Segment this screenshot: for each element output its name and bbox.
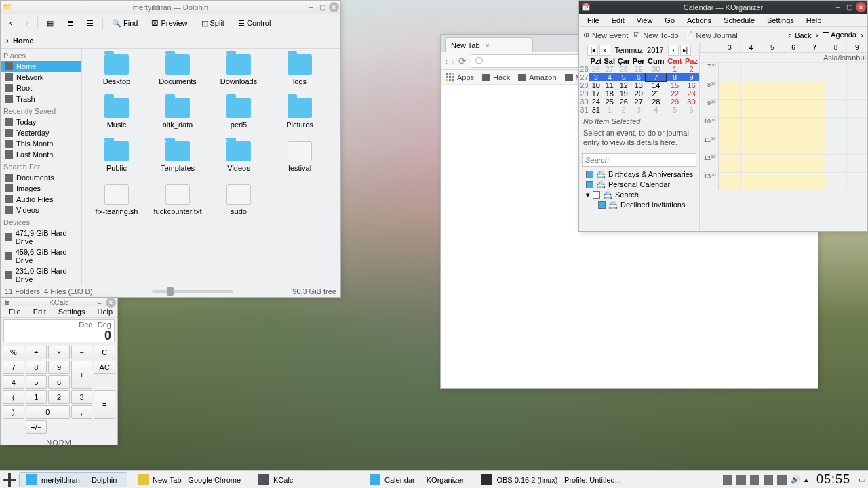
sidebar-item[interactable]: Trash xyxy=(1,94,81,104)
menu-item[interactable]: Schedule xyxy=(718,15,760,26)
agenda-cell[interactable] xyxy=(719,117,740,136)
day-header[interactable]: 5 xyxy=(762,43,783,52)
calc-key[interactable]: ÷ xyxy=(26,346,47,359)
agenda-cell[interactable] xyxy=(825,62,846,81)
minimize-button[interactable]: – xyxy=(94,298,104,308)
mini-day[interactable]: 25 xyxy=(603,98,616,106)
mini-day[interactable]: 26 xyxy=(616,98,631,106)
nav-first-button[interactable]: |◂ xyxy=(587,45,598,56)
agenda-cell[interactable] xyxy=(825,136,846,154)
mini-day[interactable]: 3 xyxy=(631,106,646,114)
file-item[interactable]: nltk_data xyxy=(147,98,208,141)
sidebar-item[interactable]: Home xyxy=(1,61,81,72)
menu-item[interactable]: Edit xyxy=(28,306,52,317)
day-header[interactable]: 3 xyxy=(719,43,740,52)
calc-key[interactable]: + xyxy=(71,361,93,389)
sidebar-item[interactable]: Images xyxy=(1,183,81,194)
sidebar-item[interactable]: 471,9 GiB Hard Drive xyxy=(1,228,81,247)
file-item[interactable]: perl5 xyxy=(208,98,269,141)
new-todo-button[interactable]: ☑ New To-do xyxy=(633,30,678,39)
bookmark-item[interactable]: Amazon xyxy=(518,73,556,81)
checkbox[interactable] xyxy=(586,181,593,188)
mini-day[interactable]: 5 xyxy=(616,73,631,81)
agenda-cell[interactable] xyxy=(783,117,804,136)
expand-icon[interactable]: ▾ xyxy=(586,190,590,199)
agenda-cell[interactable] xyxy=(762,117,783,136)
minimize-button[interactable]: – xyxy=(833,2,843,12)
tray-icon[interactable] xyxy=(764,475,773,485)
calc-key[interactable]: 3 xyxy=(71,390,93,404)
taskbar-item[interactable]: KCalc xyxy=(251,472,359,487)
korg-menubar[interactable]: FileEditViewGoActionsScheduleSettingsHel… xyxy=(579,14,867,27)
agenda-cell[interactable] xyxy=(740,154,761,172)
agenda-cell[interactable] xyxy=(762,62,783,81)
nav-back-button[interactable] xyxy=(445,56,448,66)
day-header[interactable]: 6 xyxy=(783,43,804,52)
mini-day[interactable]: 8 xyxy=(666,73,684,81)
agenda-button[interactable]: Agenda xyxy=(831,30,856,39)
sidebar-item[interactable]: Videos xyxy=(1,205,81,216)
tray-icon[interactable] xyxy=(723,475,732,485)
mini-day[interactable]: 24 xyxy=(589,98,603,106)
mini-day[interactable]: 29 xyxy=(631,65,646,73)
sidebar-item[interactable]: Documents xyxy=(1,172,81,183)
agenda-cell[interactable] xyxy=(740,172,761,190)
day-header[interactable]: 9 xyxy=(846,43,867,52)
file-item[interactable]: Music xyxy=(86,98,147,141)
taskbar-item[interactable]: Calendar — KOrganizer xyxy=(362,472,471,487)
file-item[interactable]: fuckcounter.txt xyxy=(147,184,208,228)
menu-item[interactable]: Settings xyxy=(762,15,800,26)
korganizer-window[interactable]: 📅 Calendar — KOrganizer – ▢ × FileEditVi… xyxy=(578,0,868,232)
agenda-cell[interactable] xyxy=(804,81,825,99)
menu-item[interactable]: Edit xyxy=(606,15,630,26)
calc-key[interactable]: 9 xyxy=(48,361,70,374)
fwd-chevron-icon[interactable] xyxy=(816,30,818,40)
file-item[interactable]: fix-tearing.sh xyxy=(86,184,147,228)
mini-day[interactable]: 4 xyxy=(646,106,666,114)
agenda-cell[interactable] xyxy=(846,117,867,136)
sidebar-item[interactable]: Today xyxy=(1,117,81,127)
agenda-cell[interactable] xyxy=(804,62,825,81)
agenda-cell[interactable] xyxy=(719,172,740,190)
find-button[interactable]: 🔍 Find xyxy=(107,16,142,30)
mini-day[interactable]: 12 xyxy=(616,81,631,89)
calc-key[interactable]: ) xyxy=(3,405,24,419)
agenda-cell[interactable] xyxy=(825,154,846,172)
mini-day[interactable]: 11 xyxy=(603,81,616,89)
sidebar-item[interactable]: 231,0 GiB Hard Drive xyxy=(1,266,81,285)
mini-day[interactable]: 23 xyxy=(684,89,699,98)
system-tray[interactable]: 🔊 ▴ 05:55 ▭ xyxy=(723,472,865,487)
mini-day[interactable]: 15 xyxy=(666,81,684,89)
mini-day[interactable]: 17 xyxy=(589,89,603,98)
file-item[interactable]: Documents xyxy=(147,54,208,98)
volume-icon[interactable]: 🔊 xyxy=(791,475,800,484)
agenda-view[interactable]: 3456789 Asia/Istanbul 7⁰⁰8⁰⁰9⁰⁰10⁰⁰11⁰⁰1… xyxy=(700,43,867,231)
view-icons-button[interactable]: ▦ xyxy=(42,16,58,30)
file-item[interactable]: Downloads xyxy=(208,54,269,98)
file-item[interactable]: Pictures xyxy=(269,98,330,141)
calc-key[interactable]: 0 xyxy=(26,405,70,419)
menu-item[interactable]: File xyxy=(582,15,605,26)
sidebar-item[interactable]: This Month xyxy=(1,138,81,149)
agenda-cell[interactable] xyxy=(783,81,804,99)
mini-day[interactable]: 20 xyxy=(631,89,646,98)
agenda-cell[interactable] xyxy=(804,136,825,154)
agenda-cell[interactable] xyxy=(846,154,867,172)
mini-day[interactable]: 30 xyxy=(684,98,699,106)
sidebar-item[interactable]: Last Month xyxy=(1,149,81,160)
agenda-cell[interactable] xyxy=(825,99,846,117)
mini-day[interactable]: 1 xyxy=(603,106,616,114)
tray-icon[interactable] xyxy=(736,475,746,485)
clock[interactable]: 05:55 xyxy=(816,472,850,487)
tray-expand-icon[interactable]: ▴ xyxy=(804,475,808,484)
taskbar-item[interactable]: OBS 0.16.2 (linux) - Profile: Untitled..… xyxy=(474,472,628,487)
file-item[interactable]: festival xyxy=(269,141,330,184)
agenda-cell[interactable] xyxy=(804,99,825,117)
mini-day[interactable]: 4 xyxy=(603,73,616,81)
mini-day[interactable]: 26 xyxy=(589,65,603,73)
mini-day[interactable]: 27 xyxy=(631,98,646,106)
back-button[interactable]: Back xyxy=(795,31,811,39)
calc-key[interactable]: % xyxy=(3,346,24,359)
kcalc-menubar[interactable]: FileEditSettingsHelp xyxy=(1,306,117,318)
sidebar-item[interactable]: Yesterday xyxy=(1,127,81,138)
